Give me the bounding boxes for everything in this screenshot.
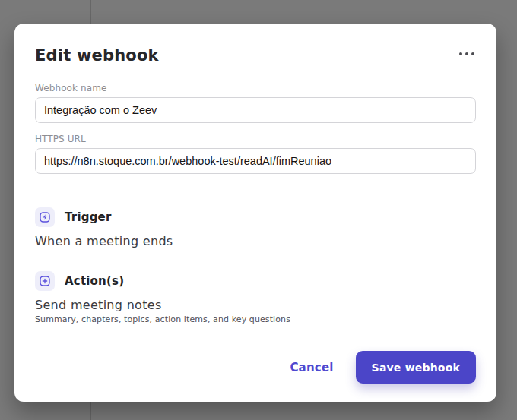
cancel-button[interactable]: Cancel [288,356,335,379]
actions-section: Action(s) Send meeting notes Summary, ch… [35,271,476,324]
trigger-value: When a meeting ends [35,234,476,248]
https-url-label: HTTPS URL [35,134,476,144]
actions-heading: Action(s) [65,274,124,288]
https-url-field-group: HTTPS URL [35,134,476,174]
more-options-button[interactable] [458,46,476,62]
dialog-footer: Cancel Save webhook [35,351,476,384]
actions-section-header: Action(s) [35,271,476,291]
save-webhook-button[interactable]: Save webhook [356,351,476,384]
webhook-name-input[interactable] [35,97,476,123]
dialog-title: Edit webhook [35,46,159,65]
action-description: Summary, chapters, topics, action items,… [35,314,476,324]
webhook-name-field-group: Webhook name [35,83,476,123]
trigger-section-header: Trigger [35,207,476,227]
lightning-bolt-icon [35,207,55,227]
action-value: Send meeting notes [35,298,476,312]
edit-webhook-dialog: Edit webhook Webhook name HTTPS URL Trig… [14,24,496,402]
plus-square-icon [35,271,55,291]
webhook-name-label: Webhook name [35,83,476,93]
dialog-header: Edit webhook [35,46,476,65]
trigger-heading: Trigger [65,210,112,224]
trigger-section: Trigger When a meeting ends [35,207,476,248]
https-url-input[interactable] [35,148,476,174]
ellipsis-icon [459,52,474,55]
